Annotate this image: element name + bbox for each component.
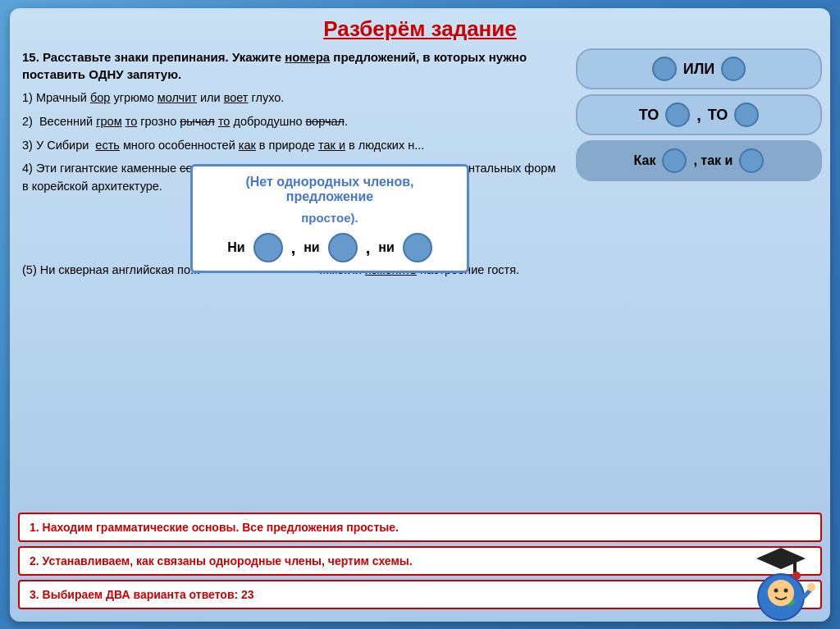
sentence-2: 2) Весенний гром то грозно рычал то добр… — [22, 113, 564, 131]
circle-to-2 — [734, 103, 759, 127]
circle-ni-3 — [403, 233, 432, 262]
mascot-svg — [744, 544, 818, 622]
bottom-section: 1. Находим грамматические основы. Все пр… — [18, 513, 822, 613]
scheme-to-to: ТО , ТО — [576, 94, 822, 135]
svg-point-8 — [774, 589, 778, 593]
circle-ni-1 — [253, 233, 283, 262]
ni-label-3: ни — [378, 240, 395, 255]
tak-i-label: , так и — [693, 153, 733, 168]
main-container: Разберём задание 15. Расставьте знаки пр… — [10, 8, 830, 622]
popup-circles: Ни , ни , ни — [206, 233, 454, 262]
title-bar: Разберём задание — [10, 8, 830, 48]
sentence-3: 3) У Сибири есть много особенностей как … — [22, 137, 564, 155]
circle-tak — [739, 148, 764, 173]
svg-point-7 — [768, 580, 794, 606]
to-label-2: ТО — [708, 107, 728, 124]
step-1: 1. Находим грамматические основы. Все пр… — [18, 513, 822, 542]
circle-kak — [662, 148, 687, 173]
svg-marker-0 — [756, 548, 806, 569]
scheme-kak-tak: Как , так и — [576, 140, 822, 181]
svg-point-9 — [784, 589, 788, 593]
ili-label: ИЛИ — [683, 61, 715, 78]
right-column: ИЛИ ТО , ТО Как , так и — [576, 48, 822, 285]
to-comma: , — [696, 106, 701, 125]
popup-title: (Нет однородных членов, предложение — [206, 175, 454, 204]
ni-comma-2: , — [366, 239, 371, 258]
ni-label-1: Ни — [227, 240, 244, 255]
circle-ni-2 — [328, 233, 358, 262]
sentence-1: 1) Мрачный бор угрюмо молчит или воет гл… — [22, 89, 564, 107]
svg-point-11 — [807, 583, 815, 591]
step-3: 3. Выбираем ДВА варианта ответов: 23 — [18, 580, 822, 609]
popup-subtitle: простое). — [206, 211, 454, 225]
popup-box: (Нет однородных членов, предложение прос… — [190, 164, 469, 273]
scheme-ili: ИЛИ — [576, 48, 822, 89]
task-header: 15. Расставьте знаки препинания. Укажите… — [22, 48, 564, 83]
ni-label-2: ни — [304, 240, 320, 255]
ni-comma-1: , — [291, 239, 296, 258]
mascot — [744, 544, 818, 618]
step-2: 2. Устанавливаем, как связаны однородные… — [18, 546, 822, 576]
circle-ili-left — [652, 57, 677, 81]
page-title: Разберём задание — [323, 16, 517, 41]
kak-label: Как — [634, 153, 656, 168]
circle-ili-right — [721, 57, 746, 81]
circle-to-1 — [665, 103, 690, 127]
to-label-1: ТО — [639, 107, 660, 124]
